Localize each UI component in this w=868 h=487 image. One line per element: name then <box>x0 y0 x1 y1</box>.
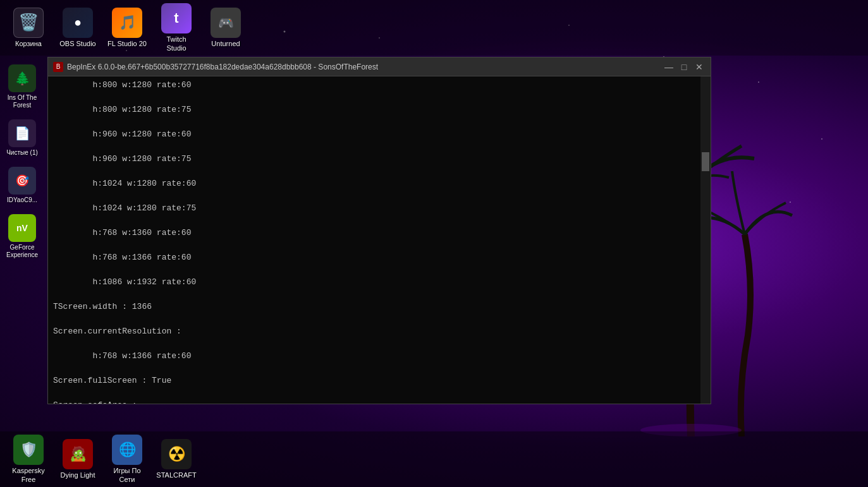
terminal-line: h:1024 w:1280 rate:60 <box>53 177 695 190</box>
taskbar-top: 🗑️ Корзина ● OBS Studio 🎵 FL Studio 20 t… <box>0 0 868 56</box>
twitch-studio-icon: t <box>161 3 192 33</box>
unturned-label: Unturned <box>211 40 240 48</box>
close-button[interactable]: ✕ <box>693 61 706 73</box>
scrollbar-thumb[interactable] <box>702 152 709 171</box>
terminal-scrollbar[interactable] <box>700 76 711 404</box>
terminal-line: h:1086 w:1932 rate:60 <box>53 276 695 289</box>
terminal-titlebar: B BepInEx 6.0.0-be.667+6b500b35727716f8b… <box>48 57 711 76</box>
sidebar-icon-text-file[interactable]: 📄 Чистые (1) <box>2 117 43 159</box>
twitch-studio-label: Twitch Studio <box>157 35 196 52</box>
terminal-line: h:768 w:1366 rate:60 <box>53 350 695 363</box>
taskbar-icon-obs[interactable]: ● OBS Studio <box>56 5 100 51</box>
maximize-button[interactable]: □ <box>678 61 690 73</box>
terminal-controls: — □ ✕ <box>663 61 706 73</box>
sidebar-left: 🌲 Ins Of The Forest 📄 Чистые (1) 🎯 IDYao… <box>0 56 44 431</box>
taskbar-icon-recycle[interactable]: 🗑️ Корзина <box>6 5 51 51</box>
kaspersky-icon: 🛡️ <box>13 435 44 465</box>
text-file-icon: 📄 <box>8 119 36 147</box>
nvidia-label: GeForce Experience <box>4 244 40 259</box>
kaspersky-label: Kaspersky Free <box>9 467 48 483</box>
nvidia-icon: nV <box>8 214 36 242</box>
minimize-button[interactable]: — <box>663 61 675 73</box>
obs-studio-label: OBS Studio <box>59 40 95 48</box>
taskbar-icon-unturned[interactable]: 🎮 Unturned <box>204 5 248 51</box>
obs-studio-icon: ● <box>63 8 93 38</box>
terminal-window: B BepInEx 6.0.0-be.667+6b500b35727716f8b… <box>47 57 711 404</box>
terminal-title: BepInEx 6.0.0-be.667+6b500b35727716f8ba1… <box>67 63 663 71</box>
terminal-line: h:800 w:1280 rate:75 <box>53 104 695 116</box>
terminal-line: Screen.fullScreen : True <box>53 375 695 387</box>
terminal-line: TScreen.width : 1366 <box>53 301 695 313</box>
recycle-bin-label: Корзина <box>15 40 42 48</box>
sons-forest-label: Ins Of The Forest <box>4 94 40 109</box>
sons-of-forest-icon: 🌲 <box>8 64 36 92</box>
fl-studio-label: FL Studio 20 <box>107 40 147 48</box>
taskbar-icon-dying-light[interactable]: 🧟 Dying Light <box>56 436 100 482</box>
recycle-bin-icon: 🗑️ <box>13 8 44 38</box>
dying-light-label: Dying Light <box>60 471 95 479</box>
taskbar-icon-ftp[interactable]: 🌐 Игры По Сети <box>105 432 149 486</box>
terminal-content[interactable]: h:800 w:1280 rate:60 h:800 w:1280 rate:7… <box>48 76 711 404</box>
terminal-line: h:800 w:1280 rate:60 <box>53 79 695 92</box>
stalcraft-icon: ☢️ <box>161 439 192 469</box>
terminal-line: h:768 w:1360 rate:60 <box>53 227 695 239</box>
bepinex-icon: B <box>53 62 63 72</box>
taskbar-icon-kaspersky[interactable]: 🛡️ Kaspersky Free <box>6 432 51 486</box>
ftp-label: Игры По Сети <box>107 467 147 483</box>
terminal-line: Screen.currentResolution : <box>53 325 695 338</box>
random-app-label: IDYaoC9... <box>7 196 37 204</box>
sidebar-icon-nvidia[interactable]: nV GeForce Experience <box>2 212 43 262</box>
taskbar-icon-twitch[interactable]: t Twitch Studio <box>154 1 199 54</box>
bepinex-icon-text: B <box>56 63 61 70</box>
taskbar-bottom: 🛡️ Kaspersky Free 🧟 Dying Light 🌐 Игры П… <box>0 431 868 487</box>
text-file-label: Чистые (1) <box>6 149 38 157</box>
terminal-line: h:960 w:1280 rate:60 <box>53 128 695 141</box>
terminal-line: h:1024 w:1280 rate:75 <box>53 202 695 215</box>
terminal-line: h:960 w:1280 rate:75 <box>53 153 695 165</box>
sidebar-icon-sons-forest[interactable]: 🌲 Ins Of The Forest <box>2 62 43 112</box>
taskbar-icon-stalcraft[interactable]: ☢️ STALCRAFT <box>154 436 199 482</box>
dying-light-icon: 🧟 <box>63 439 93 469</box>
terminal-line: h:768 w:1366 rate:60 <box>53 251 695 264</box>
fl-studio-icon: 🎵 <box>112 8 142 38</box>
sidebar-icon-random-app[interactable]: 🎯 IDYaoC9... <box>2 164 43 207</box>
terminal-line: Screen.safeArea : <box>53 399 695 404</box>
unturned-icon: 🎮 <box>211 8 241 38</box>
taskbar-icon-fl[interactable]: 🎵 FL Studio 20 <box>105 5 149 51</box>
desktop: 🗑️ Корзина ● OBS Studio 🎵 FL Studio 20 t… <box>0 0 868 487</box>
stalcraft-label: STALCRAFT <box>156 471 196 479</box>
terminal-text-area[interactable]: h:800 w:1280 rate:60 h:800 w:1280 rate:7… <box>48 76 700 404</box>
random-app-icon: 🎯 <box>8 167 36 195</box>
ftp-icon: 🌐 <box>112 435 142 465</box>
